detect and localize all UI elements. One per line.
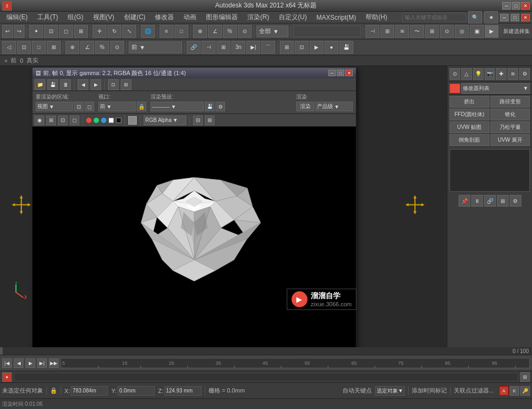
btn-path-deform[interactable]: 路径变形 <box>491 96 530 108</box>
window-crossing-btn[interactable]: ⊞ <box>74 25 88 38</box>
img-tb-btn1[interactable]: ◉ <box>35 116 44 125</box>
menu-create[interactable]: 创建(C) <box>120 12 150 23</box>
dialog-tb-btn7[interactable]: ⊞ <box>121 79 131 90</box>
timeline-prev-btn[interactable]: ◀ <box>14 358 23 368</box>
render-execute-btn[interactable]: 渲染 <box>296 102 314 111</box>
menu-maxscript[interactable]: MAXScript(M) <box>312 13 361 22</box>
tb2-frame-all[interactable]: ⊡ <box>295 41 309 54</box>
redo-btn[interactable]: ↪ <box>14 25 24 38</box>
tb2-btn2[interactable]: ⊡ <box>17 41 31 54</box>
render-area-btn1[interactable]: ⊡ <box>74 102 84 111</box>
btn-uvw-unwrap[interactable]: UVW 展开 <box>491 134 530 146</box>
rp-icon-system[interactable]: ⚙ <box>519 68 530 80</box>
schematic-btn[interactable]: ⊞ <box>425 25 439 38</box>
btn-taper[interactable]: 锥化 <box>491 109 530 120</box>
rp-pause-btn[interactable]: ⏸ <box>471 195 483 207</box>
modifier-list-dropdown[interactable]: 修改器列表 ▼ <box>461 83 530 94</box>
rp-copy-btn[interactable]: ⊞ <box>497 195 509 207</box>
menu-view[interactable]: 视图(V) <box>89 12 119 23</box>
tb2-playback[interactable]: ▶ <box>310 41 323 54</box>
tb2-chain-btn[interactable]: 🔗 <box>187 41 201 54</box>
btn-bevel-profile[interactable]: 倒角剖面 <box>450 134 489 146</box>
img-split-btn[interactable]: ⊟ <box>193 116 203 125</box>
img-fullscreen-btn[interactable]: ⊞ <box>205 116 214 125</box>
btn-relax[interactable]: 乃松平量 <box>491 121 530 133</box>
app-icon-btn[interactable]: 3 <box>2 1 12 11</box>
tb2-spinner-btn[interactable]: ⊙ <box>110 41 124 54</box>
set-key-btn[interactable]: K <box>510 386 519 396</box>
render-area-dropdown[interactable]: 视图 ▼ <box>36 102 73 111</box>
tb2-angle-btn[interactable]: ∠ <box>80 41 94 54</box>
viewport-area[interactable]: X Y Hi 🖼 前, 帧 0, 显示 gamma: 2.2, RGBA 颜色 … <box>0 66 447 347</box>
key-btn1[interactable]: ● <box>2 372 12 382</box>
preset-dropdown[interactable]: ---------- ▼ <box>151 102 204 111</box>
spinner-snap-btn[interactable]: ⊙ <box>238 25 252 38</box>
filter-select[interactable]: 选定对象 ▼ <box>375 386 405 396</box>
dialog-tb-btn2[interactable]: 💾 <box>47 79 58 90</box>
ref-coord-btn[interactable]: 🌐 <box>141 25 155 38</box>
close-btn2[interactable]: ✕ <box>521 14 530 21</box>
dialog-tb-btn3[interactable]: 🗑 <box>60 79 71 90</box>
preset-save-btn[interactable]: 💾 <box>205 102 214 111</box>
btn-extrude[interactable]: 挤出 <box>450 96 489 108</box>
tb2-render-frame2[interactable]: ▶| <box>246 41 260 54</box>
menu-animation[interactable]: 动画 <box>179 12 201 23</box>
render-area-btn2[interactable]: ◻ <box>85 102 94 111</box>
x-value[interactable]: 783.084m <box>71 386 108 396</box>
menu-customize[interactable]: 自定义(U) <box>275 12 311 23</box>
menu-help[interactable]: 帮助(H) <box>361 12 392 23</box>
key-filter-btn[interactable]: 🔑 <box>520 386 530 396</box>
timeline-start-btn[interactable]: |◀ <box>2 358 12 368</box>
key-btn2[interactable]: ⊞ <box>520 372 530 382</box>
menu-graph-editor[interactable]: 图形编辑器 <box>202 12 242 23</box>
min-btn2[interactable]: ─ <box>500 14 509 21</box>
layer2-btn[interactable]: ≋ <box>395 25 409 38</box>
select-region-btn[interactable]: ⊡ <box>44 25 58 38</box>
scale-btn[interactable]: ⤡ <box>122 25 136 38</box>
menu-tools[interactable]: 工具(T) <box>33 12 62 23</box>
max-btn2[interactable]: □ <box>511 14 519 21</box>
rp-pin-btn[interactable]: 📌 <box>459 195 470 207</box>
tb2-box[interactable]: ⊞ <box>280 41 294 54</box>
tb2-render-setup[interactable]: 3n <box>231 41 245 54</box>
rp-icon-spacewarp[interactable]: ≋ <box>508 68 518 80</box>
angle-snap-btn[interactable]: ∠ <box>208 25 222 38</box>
tb2-btn5[interactable]: ⊣ <box>202 41 215 54</box>
menu-edit[interactable]: 编辑(E) <box>2 12 32 23</box>
render-setup-btn[interactable]: ◎ <box>455 25 469 38</box>
rp-link-btn[interactable]: 🔗 <box>484 195 496 207</box>
dialog-tb-btn6[interactable]: ⊡ <box>108 79 119 90</box>
y-value[interactable]: 0.0mm <box>118 386 155 396</box>
create-selection-set[interactable]: 新建选择集 <box>503 28 530 35</box>
filter-dropdown[interactable]: 全部 ▼ <box>256 26 288 37</box>
rp-icon-shape[interactable]: △ <box>461 68 472 80</box>
tb2-btn3[interactable]: □ <box>32 41 46 54</box>
scene-btn[interactable]: □ <box>174 25 188 38</box>
dialog-tb-btn4[interactable]: ◀ <box>78 79 88 90</box>
star-btn[interactable]: ★ <box>484 11 498 24</box>
search-btn[interactable]: 🔍 <box>468 11 482 24</box>
timeline-track[interactable]: 5 15 25 35 45 55 65 75 85 <box>61 358 530 369</box>
auto-key-btn[interactable]: A <box>499 386 509 396</box>
select-type-btn[interactable]: ◻ <box>59 25 73 38</box>
dialog-minimize[interactable]: ─ <box>328 70 336 76</box>
tb2-arc[interactable]: ⌒ <box>261 41 275 54</box>
rp-icon-light[interactable]: 💡 <box>473 68 484 80</box>
dialog-maximize[interactable]: □ <box>337 70 344 76</box>
img-tb-btn3[interactable]: ⊡ <box>58 116 68 125</box>
menu-group[interactable]: 组(G) <box>63 12 87 23</box>
img-tb-btn4[interactable]: ◻ <box>70 116 79 125</box>
pct-snap-btn[interactable]: % <box>223 25 237 38</box>
view-dropdown[interactable]: 前 ▼ <box>129 42 182 53</box>
minimize-btn[interactable]: ─ <box>502 2 511 10</box>
dialog-tb-btn1[interactable]: 📁 <box>35 79 45 90</box>
tb2-btn4[interactable]: ⊞ <box>47 41 61 54</box>
selection-set-input[interactable] <box>293 26 361 37</box>
render-frame-btn[interactable]: ▣ <box>470 25 484 38</box>
tb2-btn1[interactable]: ◁ <box>2 41 16 54</box>
search-input[interactable] <box>402 13 466 22</box>
timeline-end-btn[interactable]: ▶▶ <box>49 358 59 368</box>
timeline-play-btn[interactable]: ▶ <box>26 358 35 368</box>
material-btn[interactable]: ⊙ <box>440 25 454 38</box>
z-value[interactable]: 124.93 mm <box>164 386 202 396</box>
